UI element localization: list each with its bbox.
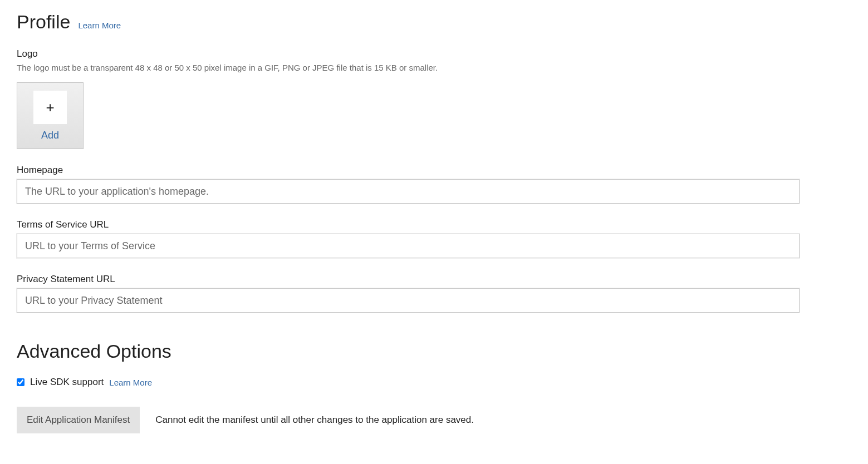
homepage-label: Homepage [17,165,851,176]
add-logo-button[interactable]: + Add [17,82,84,149]
manifest-row: Edit Application Manifest Cannot edit th… [17,407,851,433]
profile-title: Profile [17,11,70,33]
profile-learn-more-link[interactable]: Learn More [78,21,121,30]
homepage-field-group: Homepage [17,165,851,204]
advanced-title: Advanced Options [17,340,851,362]
tos-label: Terms of Service URL [17,219,851,230]
privacy-input[interactable] [17,288,800,313]
homepage-input[interactable] [17,179,800,204]
edit-manifest-button[interactable]: Edit Application Manifest [17,407,140,433]
plus-icon: + [46,100,54,115]
privacy-label: Privacy Statement URL [17,274,851,285]
add-logo-label: Add [41,130,59,141]
live-sdk-checkbox[interactable] [17,378,24,386]
live-sdk-row: Live SDK support Learn More [17,377,851,388]
live-sdk-label: Live SDK support [30,377,104,388]
live-sdk-learn-more-link[interactable]: Learn More [109,378,152,387]
tos-input[interactable] [17,234,800,258]
profile-header: Profile Learn More [17,11,851,33]
logo-field-group: Logo The logo must be a transparent 48 x… [17,48,851,149]
advanced-section: Advanced Options Live SDK support Learn … [17,340,851,433]
logo-label: Logo [17,48,851,60]
add-logo-inner: + [33,91,67,124]
privacy-field-group: Privacy Statement URL [17,274,851,313]
tos-field-group: Terms of Service URL [17,219,851,258]
manifest-note: Cannot edit the manifest until all other… [155,414,474,426]
logo-help-text: The logo must be a transparent 48 x 48 o… [17,63,851,72]
